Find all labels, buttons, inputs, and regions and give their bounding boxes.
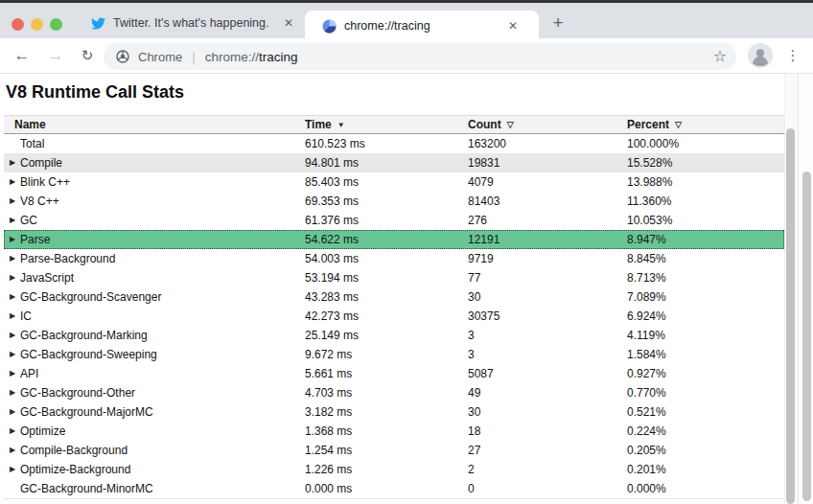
- expander-icon[interactable]: ▶: [10, 249, 20, 268]
- table-row[interactable]: ▶ Compile 94.801 ms 19831 15.528%: [4, 153, 784, 172]
- row-percent: 7.089%: [627, 287, 666, 307]
- forward-icon[interactable]: →: [45, 38, 66, 73]
- column-header-count[interactable]: Count▽: [468, 116, 514, 133]
- expander-icon[interactable]: ▶: [10, 192, 20, 211]
- table-row[interactable]: ▶ GC-Background-Marking 25.149 ms 3 4.11…: [4, 326, 784, 345]
- row-time: 61.376 ms: [305, 211, 359, 230]
- expander-icon[interactable]: ▶: [10, 364, 20, 383]
- row-count: 2: [468, 460, 475, 479]
- row-time: 610.523 ms: [305, 134, 365, 153]
- address-bar[interactable]: Chrome | chrome:// tracing ☆: [104, 43, 736, 70]
- row-name: Total: [20, 134, 44, 153]
- table-row[interactable]: ▶ Parse 54.622 ms 12191 8.947%: [4, 230, 784, 249]
- column-header-percent[interactable]: Percent▽: [627, 116, 682, 133]
- table-row[interactable]: ▶ V8 C++ 69.353 ms 81403 11.360%: [4, 192, 784, 211]
- expander-icon[interactable]: ▶: [10, 268, 20, 287]
- expander-icon[interactable]: ▶: [10, 441, 20, 460]
- tab-close-icon[interactable]: ✕: [508, 11, 518, 41]
- table-row[interactable]: ▶ Compile-Background 1.254 ms 27 0.205%: [4, 441, 784, 460]
- row-time: 0.000 ms: [305, 479, 352, 498]
- row-time: 1.368 ms: [305, 422, 352, 441]
- column-header-time[interactable]: Time▼: [305, 116, 345, 134]
- expander-icon[interactable]: ▶: [10, 172, 20, 192]
- expander-icon[interactable]: ▶: [10, 460, 20, 479]
- zoom-window-button[interactable]: [50, 18, 62, 31]
- table-row[interactable]: ▶ Blink C++ 85.403 ms 4079 13.988%: [4, 172, 784, 192]
- page-title: V8 Runtime Call Stats: [6, 82, 184, 103]
- row-name: GC-Background-MinorMC: [20, 479, 153, 498]
- table-row[interactable]: ▶ GC-Background-Scavenger 43.283 ms 30 7…: [4, 287, 784, 307]
- expander-icon[interactable]: ▶: [10, 326, 20, 345]
- chrome-page-icon: [116, 50, 129, 63]
- row-count: 49: [468, 383, 480, 402]
- table-row[interactable]: ▶ IC 42.273 ms 30375 6.924%: [4, 307, 784, 326]
- tab-title: Twitter. It's what's happening.: [113, 6, 269, 41]
- row-count: 3: [468, 345, 475, 364]
- profile-avatar[interactable]: [748, 43, 773, 68]
- row-name: Compile: [20, 153, 62, 172]
- expander-icon[interactable]: ▶: [10, 383, 20, 402]
- expander-icon[interactable]: ▶: [10, 153, 20, 172]
- row-name: GC-Background-Marking: [20, 326, 148, 345]
- row-count: 30: [468, 402, 480, 422]
- table-row[interactable]: GC-Background-MinorMC 0.000 ms 0 0.000%: [4, 479, 784, 498]
- row-name: GC-Background-Sweeping: [20, 345, 157, 364]
- row-name: V8 C++: [20, 192, 59, 211]
- expander-icon[interactable]: ▶: [10, 307, 20, 326]
- table-row[interactable]: ▶ GC-Background-MajorMC 3.182 ms 30 0.52…: [4, 402, 784, 422]
- row-percent: 0.770%: [627, 383, 666, 402]
- table-row[interactable]: ▶ GC-Background-Sweeping 9.672 ms 3 1.58…: [4, 345, 784, 364]
- sort-inactive-icon: ▽: [675, 120, 682, 129]
- table-row[interactable]: ▶ API 5.661 ms 5087 0.927%: [4, 364, 784, 383]
- minimize-window-button[interactable]: [31, 18, 43, 31]
- row-percent: 0.224%: [627, 422, 666, 441]
- new-tab-button[interactable]: +: [546, 6, 570, 41]
- tracing-favicon-icon: [322, 19, 337, 34]
- sort-inactive-icon: ▽: [507, 120, 514, 129]
- tab-twitter[interactable]: Twitter. It's what's happening. ✕: [77, 6, 303, 41]
- row-name: IC: [20, 307, 32, 326]
- expander-icon[interactable]: ▶: [10, 422, 20, 441]
- back-icon[interactable]: ←: [12, 38, 33, 73]
- row-name: JavaScript: [20, 268, 74, 287]
- reload-icon[interactable]: ↻: [77, 38, 98, 73]
- row-count: 19831: [468, 153, 499, 172]
- expander-icon[interactable]: ▶: [10, 287, 20, 307]
- table-row[interactable]: ▶ Parse-Background 54.003 ms 9719 8.845%: [4, 249, 784, 268]
- row-name: GC-Background-MajorMC: [20, 402, 153, 422]
- expander-icon[interactable]: ▶: [10, 345, 20, 364]
- row-percent: 8.713%: [627, 268, 666, 287]
- column-header-name[interactable]: Name: [14, 116, 46, 133]
- table-row[interactable]: ▶ GC-Background-Other 4.703 ms 49 0.770%: [4, 383, 784, 402]
- row-count: 163200: [468, 134, 506, 153]
- row-time: 54.003 ms: [305, 249, 359, 268]
- row-percent: 0.927%: [627, 364, 666, 383]
- row-time: 5.661 ms: [305, 364, 352, 383]
- expander-icon[interactable]: ▶: [10, 211, 20, 230]
- tab-close-icon[interactable]: ✕: [284, 6, 293, 41]
- table-scrollbar-thumb[interactable]: [786, 128, 795, 504]
- row-percent: 1.584%: [627, 345, 666, 364]
- table-row[interactable]: ▶ GC 61.376 ms 276 10.053%: [4, 211, 784, 230]
- table-row[interactable]: Total 610.523 ms 163200 100.000%: [4, 134, 784, 153]
- row-time: 1.226 ms: [305, 460, 352, 479]
- row-count: 18: [468, 422, 480, 441]
- sort-desc-icon: ▼: [337, 121, 345, 129]
- table-row[interactable]: ▶ Optimize 1.368 ms 18 0.224%: [4, 422, 784, 441]
- page-scrollbar-thumb[interactable]: [802, 172, 811, 501]
- table-row[interactable]: ▶ JavaScript 53.194 ms 77 8.713%: [4, 268, 784, 287]
- expander-icon[interactable]: ▶: [10, 230, 20, 249]
- row-time: 25.149 ms: [305, 326, 359, 345]
- bookmark-star-icon[interactable]: ☆: [713, 43, 727, 70]
- table-row[interactable]: ▶ Optimize-Background 1.226 ms 2 0.201%: [4, 460, 784, 479]
- row-count: 4079: [468, 172, 494, 192]
- row-count: 77: [468, 268, 480, 287]
- row-time: 53.194 ms: [305, 268, 359, 287]
- expander-icon[interactable]: ▶: [10, 402, 20, 422]
- close-window-button[interactable]: [12, 18, 24, 31]
- row-name: Parse: [20, 230, 50, 249]
- row-time: 43.283 ms: [305, 287, 359, 307]
- tab-tracing[interactable]: chrome://tracing ✕: [305, 11, 539, 41]
- browser-menu-icon[interactable]: ⋮: [784, 38, 801, 73]
- row-percent: 8.947%: [627, 230, 666, 249]
